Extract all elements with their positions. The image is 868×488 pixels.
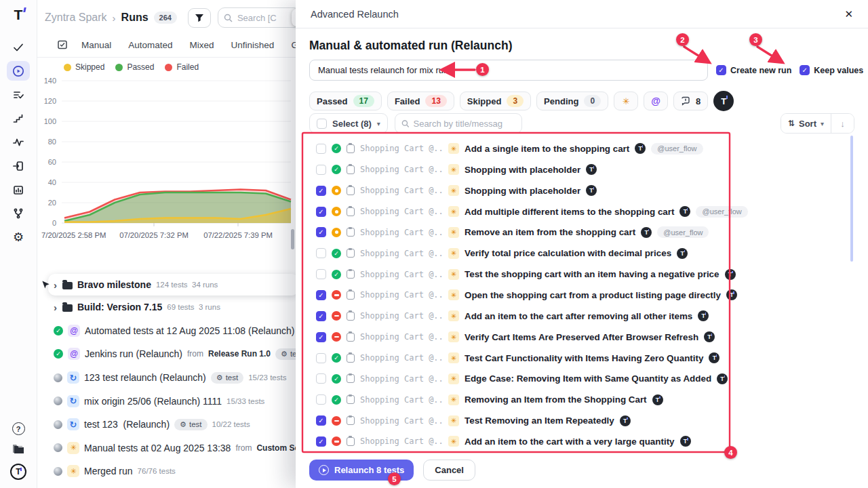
checkbox-empty-icon[interactable] [317,119,327,129]
test-row[interactable]: Shopping Cart @... Test the shopping car… [309,264,770,285]
sort-direction-button[interactable]: ↓ [831,114,854,133]
global-search[interactable]: ✕ [218,7,296,28]
test-row[interactable]: Shopping Cart @... Test Cart Functionali… [309,348,770,369]
test-row[interactable]: Shopping Cart @... Add an item to the ca… [309,431,770,452]
test-row[interactable]: Shopping Cart @... Verify total price ca… [309,243,770,264]
search-input[interactable] [237,13,285,23]
run-from-value[interactable]: Release Run 1.0 [208,349,271,359]
breadcrumb-section[interactable]: Runs [121,12,149,24]
test-checkbox[interactable] [316,311,326,321]
test-row[interactable]: Shopping Cart @... Removing an Item from… [309,389,770,410]
test-checkbox[interactable] [316,353,326,363]
approvals-icon[interactable] [7,37,30,57]
run-row[interactable]: Merged run 76/76 tests [37,460,296,483]
run-row[interactable]: › Build: Version 7.15 69 tests 3 runs [37,296,296,319]
steps-icon[interactable] [7,108,30,128]
expand-caret-icon[interactable]: › [54,302,57,313]
reports-icon[interactable] [7,180,30,199]
checkbox-checked-icon[interactable] [800,65,810,75]
expand-caret-icon[interactable]: › [54,279,57,291]
filter-chip[interactable]: Passed 17 [309,92,382,110]
run-row[interactable]: › Bravo milestone 124 tests 34 runs [48,274,296,296]
app-logo[interactable]: T [14,5,23,24]
test-row[interactable]: Shopping Cart @... Edge Case: Removing I… [309,368,770,389]
test-checkbox[interactable] [316,269,326,279]
close-icon[interactable]: ✕ [844,8,853,20]
runs-icon[interactable] [7,61,30,81]
test-search[interactable] [395,113,522,134]
run-from-value[interactable]: Custom Selection [256,443,296,453]
test-status-icon [332,228,341,237]
test-checkbox[interactable] [316,415,326,426]
test-checkbox[interactable] [316,290,326,300]
keep-values-checkbox[interactable]: Keep values ? [800,65,868,75]
help-icon[interactable]: ? [12,422,25,435]
cancel-button[interactable]: Cancel [423,460,475,481]
filter-button[interactable] [188,8,211,28]
select-all-dropdown[interactable]: Select (8) ▾ [309,113,388,134]
pulse-icon[interactable] [7,132,30,152]
tab[interactable]: Unfinished [231,40,275,50]
test-suite: Shopping Cart @... [360,353,443,363]
run-row[interactable]: test 123 (Relaunch) ⚙test 10/22 tests [37,413,296,436]
sparkle-filter-chip[interactable]: ✳ [614,92,638,110]
run-from-label: from [235,443,252,453]
clipboard-icon [347,165,355,174]
create-new-run-checkbox[interactable]: Create new run [716,65,791,75]
projects-folders-icon[interactable] [12,444,25,455]
test-plans-icon[interactable] [7,85,30,104]
test-checkbox[interactable] [316,436,326,447]
filter-chip[interactable]: Skipped 3 [460,92,531,110]
breadcrumb-project[interactable]: Zyntra Spark [45,12,107,24]
filter-chip[interactable]: Pending 0 [536,92,608,110]
sort-button[interactable]: ⇅ Sort ▾ [781,114,831,133]
page-scrollbar-thumb[interactable] [291,229,294,249]
run-row[interactable]: Jenkins run (Relaunch) from Release Run … [37,342,296,366]
test-row[interactable]: Shopping Cart @... Add a single item to … [309,138,770,159]
bulk-select-icon[interactable] [57,39,68,50]
test-status-icon [332,165,341,174]
test-checkbox[interactable] [316,332,326,342]
run-row[interactable]: 123 test relaunch (Relaunch) ⚙test 15/23… [37,366,296,390]
profile-logo-icon[interactable]: T [10,464,26,480]
run-row[interactable]: Manual tests at 02 Aug 2025 13:38 from C… [37,436,296,460]
automated-filter-chip[interactable]: @ [644,92,668,110]
test-search-input[interactable] [413,119,515,129]
filter-chip[interactable]: Failed 13 [387,92,454,110]
test-checkbox[interactable] [316,165,326,175]
test-row[interactable]: Shopping Cart @... Shopping with placeho… [309,180,770,201]
tab[interactable]: Mixed [190,40,214,50]
test-checkbox[interactable] [316,186,326,196]
comments-filter-chip[interactable]: 8 [673,92,708,110]
test-checkbox[interactable] [316,207,326,217]
test-suite: Shopping Cart @... [360,186,443,195]
tab[interactable]: Manual [81,40,111,50]
test-row[interactable]: Shopping Cart @... Open the shopping car… [309,285,770,306]
run-name-input[interactable] [309,60,708,81]
imports-icon[interactable] [7,156,30,176]
test-checkbox[interactable] [316,373,326,384]
test-row[interactable]: Shopping Cart @... Verify Cart Items Are… [309,327,770,348]
testomat-logo-icon[interactable]: T [713,91,734,111]
tab[interactable]: Automated [128,40,172,50]
tab[interactable]: Groups [291,40,296,50]
checkbox-checked-icon[interactable] [716,65,726,75]
test-row[interactable]: Shopping Cart @... Remove an item from t… [309,222,770,243]
run-type-icon [67,395,79,407]
test-checkbox[interactable] [316,248,326,258]
test-checkbox[interactable] [316,394,326,405]
test-row[interactable]: Shopping Cart @... Add multiple differen… [309,201,770,222]
test-row[interactable]: Shopping Cart @... Add an item to the ca… [309,306,770,327]
run-row[interactable]: mix origin 25/06 (Relaunch) 1111 15/33 t… [37,389,296,413]
test-checkbox[interactable] [316,144,326,154]
test-row[interactable]: Shopping Cart @... Shopping with placeho… [309,159,770,180]
run-row[interactable]: Automated tests at 12 Aug 2025 11:08 (Re… [37,319,296,343]
test-checkbox[interactable] [316,227,326,237]
test-row[interactable]: Shopping Cart @... Test Removing an Item… [309,410,770,431]
settings-gear-icon[interactable]: ⚙ [7,227,30,247]
sparkle-icon [448,227,459,238]
test-title: Add multiple different items to the shop… [465,207,674,217]
branches-icon[interactable] [7,203,30,223]
list-scrollbar-thumb[interactable] [850,136,853,262]
relaunch-button[interactable]: Relaunch 8 tests [309,460,414,481]
